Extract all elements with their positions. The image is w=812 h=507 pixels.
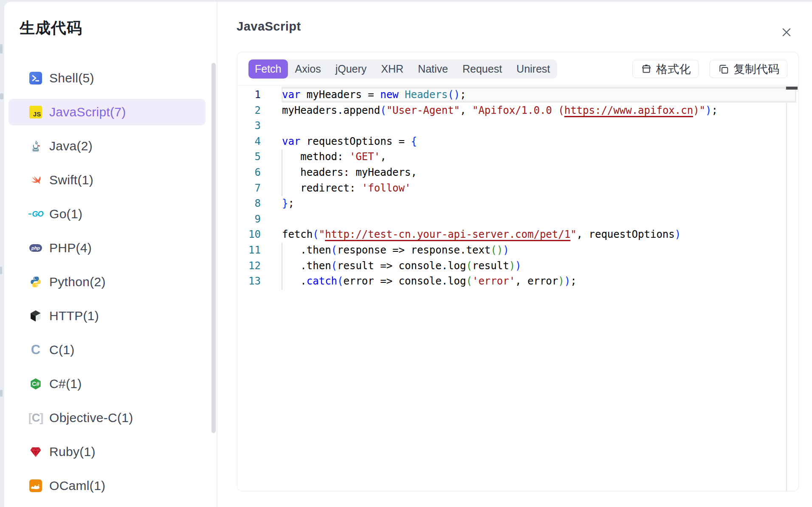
- tab-native[interactable]: Native: [411, 59, 455, 79]
- sidebar-item-javascript[interactable]: JSJavaScript(7): [8, 99, 206, 125]
- ocaml-icon: [29, 479, 42, 492]
- overview-ruler-border: [786, 103, 787, 491]
- python-icon: [29, 276, 42, 288]
- tab-request[interactable]: Request: [455, 59, 509, 79]
- sidebar-item-swift[interactable]: Swift(1): [8, 167, 206, 193]
- sidebar-item-c[interactable]: CC(1): [8, 337, 206, 363]
- sidebar-item-objectivec[interactable]: [C]Objective-C(1): [8, 405, 206, 431]
- sidebar-item-label: PHP(4): [49, 241, 92, 255]
- tab-axios[interactable]: Axios: [288, 59, 328, 79]
- overview-ruler-cursor: [786, 87, 798, 90]
- background-fragment: [0, 44, 3, 54]
- tab-jquery[interactable]: jQuery: [328, 59, 374, 79]
- sidebar-item-label: Swift(1): [49, 173, 93, 187]
- c-icon: C: [29, 344, 42, 356]
- sidebar-item-java[interactable]: Java(2): [8, 133, 206, 159]
- sidebar-item-csharp[interactable]: C#C#(1): [8, 371, 206, 397]
- http-icon: [29, 310, 42, 322]
- format-button[interactable]: 格式化: [632, 60, 699, 78]
- generate-code-dialog: 生成代码 Shell(5)JSJavaScript(7)Java(2)Swift…: [4, 2, 812, 507]
- line-numbers: 1 2 3 4 5 6 7 8 9 10 11 12 13: [237, 87, 261, 289]
- background-fragment: [0, 267, 2, 274]
- background-fragment: [0, 93, 3, 99]
- sidebar-item-label: JavaScript(7): [49, 105, 126, 119]
- ruby-icon: [29, 445, 42, 458]
- sidebar-item-label: HTTP(1): [49, 309, 99, 323]
- sidebar-item-ocaml[interactable]: OCaml(1): [8, 473, 206, 499]
- code-panel-header: FetchAxiosjQueryXHRNativeRequestUnirest …: [237, 52, 798, 85]
- sidebar-item-label: C(1): [49, 343, 75, 357]
- tab-unirest[interactable]: Unirest: [509, 59, 557, 79]
- sidebar-item-label: Go(1): [49, 207, 82, 221]
- sidebar-item-http[interactable]: HTTP(1): [8, 303, 206, 329]
- tab-fetch[interactable]: Fetch: [248, 59, 288, 79]
- sidebar-item-shell[interactable]: Shell(5): [8, 65, 206, 91]
- sidebar-item-label: OCaml(1): [49, 479, 105, 493]
- close-button[interactable]: [778, 24, 795, 41]
- csharp-icon: C#: [29, 377, 42, 390]
- format-label: 格式化: [656, 62, 691, 77]
- sidebar-item-go[interactable]: GOGo(1): [8, 201, 206, 227]
- sidebar-item-label: Python(2): [49, 275, 106, 289]
- sidebar-item-label: C#(1): [49, 377, 82, 391]
- go-icon: GO: [29, 208, 42, 220]
- svg-text:C#: C#: [32, 381, 39, 387]
- java-icon: [29, 140, 42, 152]
- sidebar-divider: [217, 2, 217, 507]
- code-panel: FetchAxiosjQueryXHRNativeRequestUnirest …: [237, 52, 799, 491]
- php-icon: php: [29, 242, 42, 254]
- sidebar-item-label: Java(2): [49, 139, 93, 153]
- sidebar-item-label: Shell(5): [49, 71, 94, 85]
- sidebar-item-python[interactable]: Python(2): [8, 269, 206, 295]
- code-editor[interactable]: 1 2 3 4 5 6 7 8 9 10 11 12 13 var myHead…: [237, 86, 798, 491]
- shell-icon: [29, 72, 42, 84]
- background-fragment: [0, 390, 3, 397]
- sidebar-item-php[interactable]: phpPHP(4): [8, 235, 206, 261]
- copy-label: 复制代码: [733, 62, 779, 77]
- panel-actions: 格式化 复制代码: [632, 60, 787, 78]
- close-icon: [778, 24, 795, 41]
- objectivec-icon: [C]: [29, 411, 42, 424]
- sidebar-scrollbar-thumb[interactable]: [211, 63, 216, 433]
- format-icon: [640, 63, 652, 75]
- selected-language-title: JavaScript: [237, 20, 301, 34]
- swift-icon: [29, 174, 42, 186]
- sidebar-item-label: Ruby(1): [49, 445, 96, 459]
- library-tabs: FetchAxiosjQueryXHRNativeRequestUnirest: [248, 59, 557, 79]
- code-content: var myHeaders = new Headers(); myHeaders…: [282, 87, 718, 289]
- tab-xhr[interactable]: XHR: [374, 59, 411, 79]
- dialog-title: 生成代码: [20, 18, 82, 39]
- copy-icon: [718, 63, 730, 75]
- javascript-icon: JS: [29, 106, 42, 118]
- copy-code-button[interactable]: 复制代码: [710, 60, 787, 78]
- sidebar-item-label: Objective-C(1): [49, 411, 133, 425]
- sidebar-item-ruby[interactable]: Ruby(1): [8, 439, 206, 465]
